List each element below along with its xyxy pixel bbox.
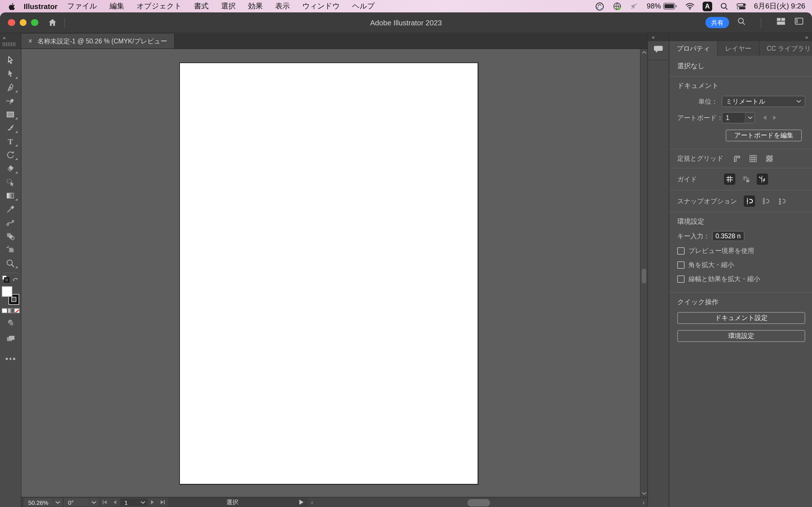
active-app-name[interactable]: Illustrator — [24, 2, 57, 10]
menu-item-8[interactable]: ヘルプ — [346, 1, 381, 11]
next-artboard-icon[interactable] — [772, 115, 777, 121]
transparency-grid-icon[interactable] — [764, 153, 775, 164]
none-swatch-button[interactable] — [14, 308, 19, 313]
menu-item-1[interactable]: 編集 — [103, 1, 130, 11]
default-fill-stroke-icon[interactable] — [2, 275, 10, 285]
menu-item-6[interactable]: 表示 — [269, 1, 296, 11]
lock-guides-icon[interactable] — [741, 173, 752, 185]
zoom-level-select[interactable]: 50.26% — [24, 498, 62, 506]
rotate-tool[interactable] — [3, 148, 18, 162]
gradient-tool[interactable] — [3, 189, 18, 202]
collapse-dock-icon[interactable]: « — [648, 34, 669, 41]
minimize-window-button[interactable] — [19, 19, 27, 26]
shape-builder-tool[interactable] — [3, 229, 18, 243]
artboard[interactable] — [179, 62, 478, 485]
creative-cloud-icon[interactable] — [595, 1, 605, 11]
snap-to-point-icon[interactable] — [744, 195, 755, 207]
spotlight-icon[interactable] — [720, 2, 728, 10]
control-center-icon[interactable] — [737, 3, 746, 10]
eyedropper-tool[interactable] — [3, 202, 18, 216]
edit-toolbar-icon[interactable] — [6, 358, 15, 360]
snap-to-grid-icon[interactable] — [760, 195, 771, 207]
document-setup-button[interactable]: ドキュメント設定 — [677, 312, 805, 324]
panel-layout-icon[interactable] — [794, 16, 804, 29]
menu-item-0[interactable]: ファイル — [61, 1, 103, 11]
scroll-left-icon[interactable]: ‹ — [311, 499, 313, 506]
mute-icon[interactable] — [630, 2, 639, 11]
home-icon[interactable] — [47, 17, 57, 27]
artboard-select[interactable]: 1 — [722, 112, 755, 123]
preview-bounds-checkbox[interactable] — [677, 247, 684, 255]
zoom-tool[interactable] — [3, 256, 18, 270]
arrange-documents-icon[interactable] — [776, 16, 786, 29]
direct-selection-tool[interactable] — [3, 67, 18, 80]
grid-icon[interactable] — [748, 153, 759, 164]
network-globe-icon[interactable] — [612, 1, 622, 11]
wifi-icon[interactable] — [685, 2, 695, 10]
scale-corners-checkbox[interactable] — [677, 262, 684, 269]
puppet-warp-tool[interactable] — [3, 216, 18, 229]
type-tool[interactable]: T — [3, 135, 18, 148]
curvature-tool[interactable] — [3, 94, 18, 108]
menu-item-5[interactable]: 効果 — [242, 1, 269, 11]
toolbar-grip-handle[interactable] — [3, 42, 16, 46]
rectangle-tool[interactable] — [3, 108, 18, 121]
tab-layers[interactable]: レイヤー — [718, 41, 760, 56]
next-artboard-icon[interactable] — [147, 498, 158, 506]
vertical-scrollbar[interactable] — [640, 49, 647, 497]
artboard-number-select[interactable]: 1 — [120, 499, 147, 506]
color-swatch-button[interactable] — [1, 308, 7, 313]
input-source-badge[interactable]: A — [703, 1, 712, 11]
fill-color-swatch[interactable] — [2, 286, 12, 297]
shaper-tool[interactable] — [3, 175, 18, 189]
toolbar-expand-icon[interactable]: » — [3, 35, 21, 41]
battery-indicator[interactable]: 98% — [647, 2, 677, 10]
scale-strokes-checkbox[interactable] — [677, 276, 684, 283]
menu-item-4[interactable]: 選択 — [215, 1, 242, 11]
paintbrush-tool[interactable] — [3, 121, 18, 135]
comments-panel-button[interactable] — [648, 41, 669, 60]
eraser-tool[interactable] — [3, 162, 18, 175]
apple-menu-icon[interactable] — [8, 2, 16, 10]
scroll-right-icon[interactable]: › — [643, 499, 645, 506]
menu-item-3[interactable]: 書式 — [188, 1, 215, 11]
gradient-swatch-button[interactable] — [8, 308, 13, 313]
status-menu-icon[interactable] — [296, 497, 307, 507]
preferences-section: 環境設定 キー入力： 0.3528 n プレビュー境界を使用 角を拡大・縮小 — [669, 212, 812, 289]
artboard-tool[interactable] — [3, 243, 18, 256]
expand-dock-icon[interactable]: » — [669, 34, 812, 41]
edit-artboards-button[interactable]: アートボードを編集 — [726, 129, 802, 142]
search-icon[interactable] — [737, 17, 746, 28]
snap-to-pixel-icon[interactable] — [776, 195, 788, 207]
pen-tool[interactable] — [3, 80, 18, 94]
canvas[interactable] — [21, 49, 647, 497]
tab-properties[interactable]: プロパティ — [669, 41, 718, 56]
close-window-button[interactable] — [8, 19, 15, 26]
unit-select[interactable]: ミリメートル — [722, 96, 805, 107]
tab-cc-libraries[interactable]: CC ライブラリ — [759, 41, 812, 56]
last-artboard-icon[interactable] — [158, 498, 168, 506]
vertical-scrollbar-thumb[interactable] — [642, 269, 646, 283]
selection-tool[interactable] — [3, 54, 18, 67]
previous-artboard-icon[interactable] — [110, 498, 120, 506]
zoom-window-button[interactable] — [31, 19, 38, 26]
swap-fill-stroke-icon[interactable] — [12, 275, 19, 285]
horizontal-scrollbar-thumb[interactable] — [468, 499, 490, 506]
document-tab[interactable]: × 名称未設定-1 @ 50.26 % (CMYK/プレビュー) — [21, 34, 175, 48]
menu-item-2[interactable]: オブジェクト — [130, 1, 188, 11]
preferences-button[interactable]: 環境設定 — [677, 330, 805, 342]
share-button[interactable]: 共有 — [705, 17, 729, 28]
drawing-mode-icon[interactable] — [6, 318, 15, 330]
show-guides-icon[interactable] — [724, 173, 735, 185]
screen-mode-icon[interactable] — [5, 334, 15, 345]
previous-artboard-icon[interactable] — [762, 115, 767, 121]
rulers-icon[interactable] — [731, 153, 743, 164]
snap-to-guides-icon[interactable] — [757, 173, 768, 185]
close-tab-icon[interactable]: × — [28, 37, 33, 45]
key-input-field[interactable]: 0.3528 n — [712, 231, 744, 241]
first-artboard-icon[interactable] — [100, 498, 110, 506]
horizontal-scrollbar[interactable]: ‹ › — [308, 498, 647, 507]
rotation-select[interactable]: 0° — [63, 498, 98, 506]
menubar-clock[interactable]: 6月6日(火) 9:26 — [754, 1, 805, 11]
menu-item-7[interactable]: ウィンドウ — [296, 1, 346, 11]
